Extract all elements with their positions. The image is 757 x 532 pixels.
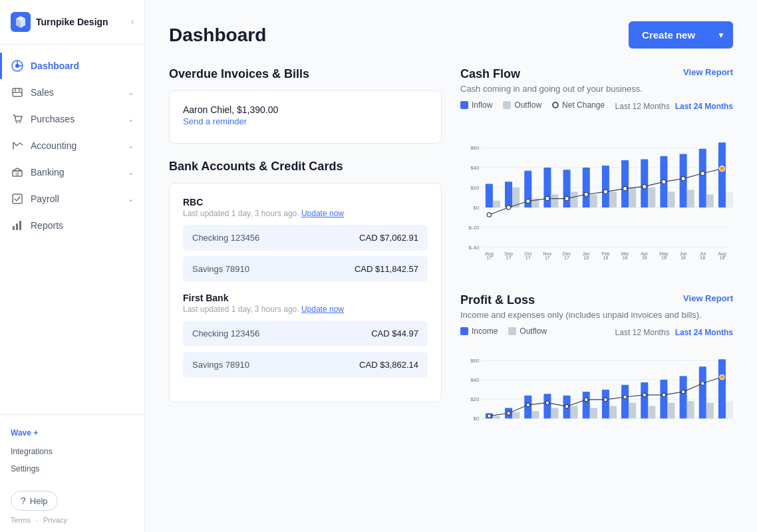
svg-rect-24 [486,184,493,207]
banking-label: Banking [31,167,128,178]
inflow-legend-label: Inflow [472,100,492,110]
main-header: Dashboard Create new ▼ [169,21,733,49]
svg-rect-107 [680,376,687,418]
svg-point-52 [526,199,530,203]
income-legend-label: Income [472,327,498,336]
svg-point-50 [487,213,491,217]
svg-text:$40: $40 [470,377,480,383]
main-content: Dashboard Create new ▼ Overdue Invoices … [145,0,757,532]
svg-rect-43 [609,192,617,207]
cash-flow-legend: Inflow Outflow Net Change [460,100,605,110]
rbc-update-link[interactable]: Update now [301,209,344,218]
svg-point-4 [16,122,17,124]
svg-rect-31 [621,160,629,207]
svg-text:$20: $20 [470,185,480,191]
page-title: Dashboard [169,25,266,46]
firstbank-checking-name: Checking 123456 [192,329,259,338]
terms-link[interactable]: Terms [11,516,31,524]
sales-label: Sales [31,87,128,98]
purchases-icon [11,112,24,126]
svg-rect-115 [590,408,597,419]
svg-text:$-20: $-20 [469,225,480,231]
send-reminder-link[interactable]: Send a reminder [183,116,247,126]
pnl-period-12-months[interactable]: Last 12 Months [615,328,670,337]
svg-rect-9 [13,226,15,230]
bank-accounts-section: Bank Accounts & Credit Cards RBC Last up… [169,160,442,402]
svg-point-57 [623,186,627,190]
svg-rect-106 [660,380,667,418]
payroll-icon [11,192,24,205]
svg-rect-30 [602,166,609,207]
svg-point-2 [15,64,19,68]
sidebar-item-banking[interactable]: Banking ⌄ [0,159,144,186]
overdue-invoices-card: Aaron Chiel, $1,390.00 Send a reminder [169,90,442,144]
help-button[interactable]: ? Help [11,491,58,511]
firstbank-savings-balance: CAD $3,862.14 [359,360,418,370]
svg-text:17: 17 [526,255,531,261]
svg-point-125 [526,403,530,407]
bank-firstbank-name: First Bank [183,293,428,303]
wave-plus-link[interactable]: Wave + [11,423,134,443]
bank-rbc: RBC Last updated 1 day, 3 hours ago. Upd… [183,197,428,282]
svg-rect-8 [13,194,22,203]
overdue-invoices-title: Overdue Invoices & Bills [169,67,442,81]
payroll-chevron-icon: ⌄ [128,195,134,203]
svg-point-62 [720,166,725,172]
svg-text:18: 18 [603,255,608,261]
svg-rect-121 [706,403,714,419]
cash-flow-period: Last 12 Months Last 24 Months [615,102,733,111]
integrations-link[interactable]: Integrations [11,443,134,460]
period-24-months[interactable]: Last 24 Months [675,102,733,111]
period-12-months[interactable]: Last 12 Months [615,102,670,111]
svg-text:18: 18 [700,255,705,261]
privacy-link[interactable]: Privacy [43,516,67,524]
profit-loss-section: Profit & Loss View Report Income and exp… [460,293,733,450]
svg-point-54 [565,196,569,200]
svg-point-5 [19,122,21,124]
inflow-legend: Inflow [460,100,492,110]
sidebar-item-purchases[interactable]: Purchases ⌄ [0,106,144,132]
reports-label: Reports [31,220,134,231]
svg-rect-10 [16,223,18,230]
svg-rect-120 [687,401,694,418]
pnl-outflow-legend: Outflow [508,327,547,336]
sidebar-item-dashboard[interactable]: Dashboard [0,53,144,79]
svg-rect-100 [543,394,551,418]
svg-text:$0: $0 [474,205,480,211]
sidebar-bottom: Wave + Integrations Settings ? Help Term… [0,414,144,532]
svg-point-126 [545,401,549,405]
svg-rect-103 [602,390,609,418]
svg-text:$-40: $-40 [469,245,480,251]
svg-text:$40: $40 [470,165,480,171]
create-new-button[interactable]: Create new ▼ [629,21,733,49]
bank-accounts-title: Bank Accounts & Credit Cards [169,160,442,174]
firstbank-checking-balance: CAD $44.97 [371,329,418,338]
sidebar-item-sales[interactable]: Sales ⌄ [0,79,144,106]
svg-point-61 [700,172,704,176]
sidebar-item-reports[interactable]: Reports [0,212,144,239]
expand-sidebar-icon[interactable]: › [131,17,134,27]
svg-point-134 [701,382,705,386]
net-change-legend: Net Change [552,100,605,110]
svg-text:18: 18 [720,255,725,261]
profit-loss-period: Last 12 Months Last 24 Months [615,328,733,337]
svg-rect-112 [531,411,539,418]
invoice-name: Aaron Chiel, $1,390.00 [183,104,428,115]
svg-rect-116 [609,406,617,418]
svg-rect-6 [13,171,22,176]
settings-link[interactable]: Settings [11,460,134,477]
cash-flow-section: Cash Flow View Report Cash coming in and… [460,67,733,277]
sidebar-item-accounting[interactable]: Accounting ⌄ [0,132,144,159]
sidebar-item-payroll[interactable]: Payroll ⌄ [0,186,144,212]
svg-rect-28 [563,170,571,207]
create-new-dropdown-icon[interactable]: ▼ [709,23,733,48]
cash-flow-view-report[interactable]: View Report [683,67,733,77]
sidebar-header[interactable]: Turnpike Design › [0,0,144,45]
pnl-outflow-legend-dot [508,327,516,335]
pnl-period-24-months[interactable]: Last 24 Months [675,328,733,337]
help-label: Help [30,496,48,506]
firstbank-update-link[interactable]: Update now [301,305,344,314]
profit-loss-title: Profit & Loss [460,293,535,307]
create-new-label: Create new [629,21,708,49]
profit-loss-view-report[interactable]: View Report [683,293,733,303]
